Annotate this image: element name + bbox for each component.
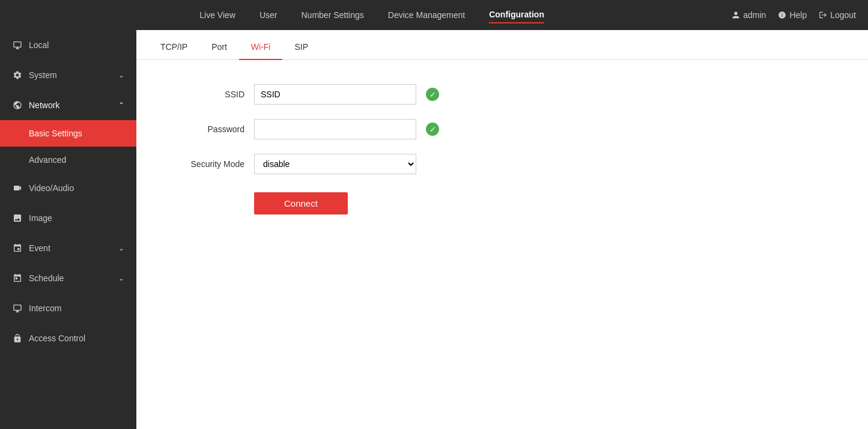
password-input[interactable] [254,119,416,139]
security-mode-row: Security Mode disable WEP WPA WPA2 [172,154,832,174]
chevron-up-icon: ⌃ [118,101,124,109]
sidebar-item-network[interactable]: Network ⌃ [0,90,136,120]
lock-icon [12,333,23,344]
tab-wi-fi[interactable]: Wi-Fi [239,35,283,60]
user-icon [732,11,740,19]
main-layout: Local System ⌄ Network ⌃ Basic Settin [0,30,868,429]
sidebar-item-advanced[interactable]: Advanced [0,147,136,173]
globe-icon [12,100,23,111]
tab-tcp-ip[interactable]: TCP/IP [148,35,199,60]
logout-icon [819,11,827,19]
sidebar-item-video-audio[interactable]: Video/Audio [0,173,136,203]
connect-button-row: Connect [172,192,832,214]
sidebar-item-basic-settings[interactable]: Basic Settings [0,120,136,147]
top-navigation: Live View User Number Settings Device Ma… [0,0,868,30]
video-icon [12,183,23,193]
sidebar-label-local: Local [29,40,49,50]
system-icon [12,70,23,81]
chevron-down-icon-event: ⌄ [118,244,124,252]
sidebar-label-video-audio: Video/Audio [29,183,74,193]
sidebar-label-schedule: Schedule [29,273,64,283]
sidebar-label-event: Event [29,243,50,253]
info-icon [778,11,786,19]
sidebar-item-local[interactable]: Local [0,30,136,60]
help-link[interactable]: Help [778,10,807,20]
chevron-down-icon-schedule: ⌄ [118,274,124,282]
connect-button[interactable]: Connect [254,192,348,214]
tab-bar: TCP/IP Port Wi-Fi SIP [136,30,868,60]
sidebar-item-schedule[interactable]: Schedule ⌄ [0,263,136,293]
ssid-input[interactable] [254,84,416,105]
nav-links: Live View User Number Settings Device Ma… [12,7,732,23]
chevron-down-icon: ⌄ [118,71,124,79]
sidebar: Local System ⌄ Network ⌃ Basic Settin [0,30,136,429]
security-mode-label: Security Mode [172,159,244,169]
nav-live-view[interactable]: Live View [199,7,235,23]
image-icon [12,213,23,224]
password-row: Password ✓ [172,119,832,139]
sidebar-label-network: Network [29,100,59,110]
sidebar-item-intercom[interactable]: Intercom [0,293,136,323]
content-area: TCP/IP Port Wi-Fi SIP SSID ✓ Password ✓ … [136,30,868,429]
tab-port[interactable]: Port [199,35,239,60]
sidebar-item-access-control[interactable]: Access Control [0,323,136,353]
password-check-icon: ✓ [426,123,439,136]
ssid-row: SSID ✓ [172,84,832,105]
tab-sip[interactable]: SIP [282,35,320,60]
sidebar-label-access-control: Access Control [29,333,85,343]
sidebar-label-image: Image [29,213,52,223]
admin-link[interactable]: admin [732,10,766,20]
sidebar-label-basic-settings: Basic Settings [29,129,82,138]
sidebar-label-system: System [29,70,57,80]
intercom-icon [12,303,23,314]
sidebar-item-system[interactable]: System ⌄ [0,60,136,90]
ssid-label: SSID [172,90,244,99]
logout-link[interactable]: Logout [819,10,856,20]
nav-number-settings[interactable]: Number Settings [302,7,364,23]
schedule-icon [12,273,23,284]
nav-right: admin Help Logout [732,10,856,20]
security-mode-select[interactable]: disable WEP WPA WPA2 [254,154,416,174]
nav-configuration[interactable]: Configuration [489,7,544,23]
monitor-icon [12,40,23,50]
sidebar-item-image[interactable]: Image [0,203,136,233]
sidebar-label-intercom: Intercom [29,303,61,313]
wifi-form: SSID ✓ Password ✓ Security Mode disable … [136,60,868,429]
ssid-check-icon: ✓ [426,88,439,101]
password-label: Password [172,124,244,134]
nav-device-management[interactable]: Device Management [388,7,465,23]
sidebar-item-event[interactable]: Event ⌄ [0,233,136,263]
sidebar-label-advanced: Advanced [29,155,66,165]
event-icon [12,243,23,254]
nav-user[interactable]: User [259,7,278,23]
